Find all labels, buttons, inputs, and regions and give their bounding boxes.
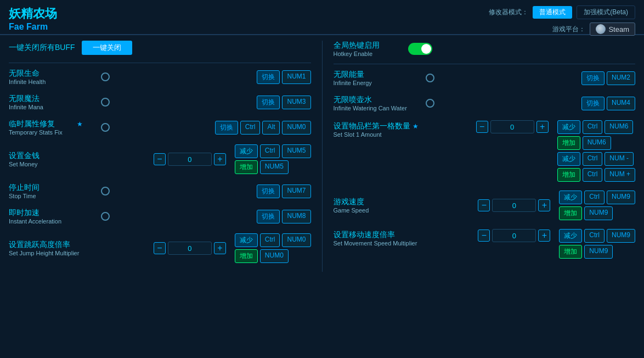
game-speed-dec[interactable]: 减少 <box>559 191 582 204</box>
infinite-energy-cn: 无限能量 <box>334 70 421 80</box>
infinite-water-key[interactable]: NUM4 <box>607 97 635 110</box>
steam-badge: Steam <box>590 23 635 36</box>
infinite-mana-switch[interactable]: 切换 <box>257 96 280 109</box>
temp-stats-info: 临时属性修复 ★ Temporary Stats Fix <box>9 119 97 136</box>
set-jump-input[interactable] <box>168 242 212 255</box>
instant-accel-switch[interactable]: 切换 <box>257 210 280 223</box>
temp-stats-key2: Alt <box>262 121 280 135</box>
instant-accel-en: Instant Acceleration <box>9 218 97 225</box>
enhanced-mode-button[interactable]: 加强模式(Beta) <box>577 5 635 19</box>
infinite-health-info: 无限生命 Infinite Health <box>9 69 97 85</box>
infinite-water-toggle[interactable] <box>426 99 434 108</box>
set-slot-input[interactable] <box>490 120 534 133</box>
set-move-speed-minus[interactable]: − <box>478 230 490 242</box>
game-speed-minus[interactable]: − <box>478 199 490 211</box>
set-move-speed-control: − + <box>478 229 550 242</box>
game-speed-en: Game Speed <box>334 207 421 214</box>
stop-time-en: Stop Time <box>9 193 97 199</box>
set-money-increase-label[interactable]: 增加 <box>235 160 258 174</box>
set-slot-dec2[interactable]: 减少 <box>557 152 580 166</box>
infinite-energy-row: 无限能量 Infinite Energy 切换 NUM2 <box>334 70 636 86</box>
infinite-mana-key[interactable]: NUM3 <box>282 96 310 109</box>
infinite-mana-toggle[interactable] <box>101 98 110 107</box>
set-money-info: 设置金钱 Set Money <box>9 151 97 167</box>
temp-stats-row: 临时属性修复 ★ Temporary Stats Fix 切换 Ctrl Alt… <box>9 119 311 136</box>
set-slot-cn: 设置物品栏第一格数量 <box>334 121 410 131</box>
one-click-label: 一键关闭所有BUFF <box>9 43 75 53</box>
temp-stats-en: Temporary Stats Fix <box>9 129 97 136</box>
set-money-row: 设置金钱 Set Money − + 减少 Ctrl NUM5 增加 <box>9 144 311 174</box>
game-speed-plus[interactable]: + <box>538 199 550 211</box>
infinite-energy-key[interactable]: NUM2 <box>607 71 635 85</box>
set-jump-control: − + <box>154 242 226 255</box>
game-speed-cn: 游戏速度 <box>334 197 421 207</box>
set-slot-inc2-key: NUM + <box>605 168 635 182</box>
set-slot-en: Set Slot 1 Amount <box>334 131 421 138</box>
set-money-decrease-label[interactable]: 减少 <box>235 144 258 158</box>
set-move-speed-row: 设置移动速度倍率 Set Movement Speed Multiplier −… <box>334 229 636 259</box>
temp-stats-key1: Ctrl <box>240 121 261 135</box>
infinite-energy-toggle[interactable] <box>426 74 434 82</box>
steam-icon <box>596 24 606 34</box>
game-speed-control: − + <box>478 199 550 212</box>
set-money-decrease-key: NUM5 <box>282 144 310 158</box>
set-move-speed-plus[interactable]: + <box>538 230 550 242</box>
left-panel: 一键关闭所有BUFF 一键关闭 无限生命 Infinite Health 切换 … <box>9 41 323 272</box>
stop-time-toggle[interactable] <box>101 187 110 195</box>
set-move-speed-input[interactable] <box>492 229 536 242</box>
one-click-row: 一键关闭所有BUFF 一键关闭 <box>9 41 311 55</box>
infinite-energy-switch[interactable]: 切换 <box>581 71 605 85</box>
infinite-mana-en: Infinite Mana <box>9 104 97 110</box>
set-slot-plus[interactable]: + <box>536 121 549 133</box>
game-speed-input[interactable] <box>492 199 536 212</box>
instant-accel-cn: 即时加速 <box>9 208 97 218</box>
set-move-dec[interactable]: 减少 <box>559 229 582 243</box>
game-speed-dec-ctrl: Ctrl <box>584 191 605 204</box>
set-move-inc[interactable]: 增加 <box>559 245 582 259</box>
set-move-speed-info: 设置移动速度倍率 Set Movement Speed Multiplier <box>334 229 421 247</box>
stop-time-row: 停止时间 Stop Time 切换 NUM7 <box>9 183 311 199</box>
instant-accel-toggle[interactable] <box>101 212 110 221</box>
temp-stats-key3: NUM0 <box>282 121 310 135</box>
set-money-input[interactable] <box>168 153 212 166</box>
header-right: 修改器模式： 普通模式 加强模式(Beta) 游戏平台： Steam <box>489 5 635 36</box>
set-slot-dec1[interactable]: 减少 <box>557 120 580 134</box>
set-slot-control: − + <box>476 120 549 133</box>
temp-stats-toggle[interactable] <box>101 123 110 132</box>
infinite-health-cn: 无限生命 <box>9 69 97 79</box>
infinite-health-toggle[interactable] <box>101 72 110 81</box>
instant-accel-key[interactable]: NUM8 <box>282 210 310 223</box>
infinite-health-key[interactable]: NUM1 <box>282 70 310 84</box>
set-jump-decrease-ctrl: Ctrl <box>260 233 280 247</box>
mode-row: 修改器模式： 普通模式 加强模式(Beta) <box>489 5 635 19</box>
infinite-energy-en: Infinite Energy <box>334 80 421 86</box>
set-move-inc-key: NUM9 <box>584 245 613 259</box>
set-slot-inc1[interactable]: 增加 <box>557 136 580 150</box>
set-slot-inc1-key: NUM6 <box>583 136 611 150</box>
infinite-water-switch[interactable]: 切换 <box>581 97 605 110</box>
header: 妖精农场 Fae Farm 修改器模式： 普通模式 加强模式(Beta) 游戏平… <box>0 0 644 35</box>
temp-stats-switch[interactable]: 切换 <box>215 121 238 135</box>
set-slot-minus[interactable]: − <box>476 121 488 133</box>
set-slot-dec1-ctrl: Ctrl <box>583 120 603 134</box>
stop-time-switch[interactable]: 切换 <box>257 184 280 198</box>
set-jump-plus[interactable]: + <box>214 242 226 254</box>
normal-mode-button[interactable]: 普通模式 <box>533 6 572 19</box>
set-money-cn: 设置金钱 <box>9 151 97 161</box>
game-speed-inc-key: NUM9 <box>584 206 613 220</box>
infinite-health-switch[interactable]: 切换 <box>257 70 280 84</box>
set-jump-minus[interactable]: − <box>154 242 166 254</box>
one-click-button[interactable]: 一键关闭 <box>82 41 132 55</box>
set-jump-info: 设置跳跃高度倍率 Set Jump Height Multiplier <box>9 240 97 256</box>
hotkey-toggle[interactable] <box>408 43 432 55</box>
stop-time-key[interactable]: NUM7 <box>282 184 310 198</box>
set-money-plus[interactable]: + <box>214 153 226 165</box>
instant-accel-row: 即时加速 Instant Acceleration 切换 NUM8 <box>9 208 311 225</box>
infinite-health-row: 无限生命 Infinite Health 切换 NUM1 <box>9 69 311 85</box>
set-jump-increase-label[interactable]: 增加 <box>235 249 258 263</box>
set-money-minus[interactable]: − <box>154 153 166 165</box>
set-slot-inc2[interactable]: 增加 <box>557 168 580 182</box>
game-speed-inc[interactable]: 增加 <box>559 206 582 220</box>
set-jump-decrease-label[interactable]: 减少 <box>235 233 258 247</box>
game-speed-info: 游戏速度 Game Speed <box>334 197 421 214</box>
